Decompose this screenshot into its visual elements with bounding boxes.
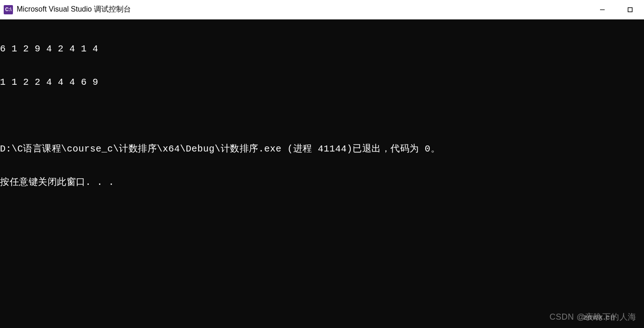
app-icon: C:\ [4, 5, 13, 14]
press-any-key-line: 按任意键关闭此窗口. . . [0, 177, 644, 188]
watermark-text: CSDN @夜晚下的人海 [550, 311, 637, 322]
output-line: 6 1 2 9 4 2 4 1 4 [0, 44, 644, 55]
minimize-button[interactable] [588, 0, 616, 19]
window-controls [588, 0, 644, 19]
maximize-button[interactable] [616, 0, 644, 19]
exit-status-line: D:\C语言课程\course_c\计数排序\x64\Debug\计数排序.ex… [0, 144, 644, 155]
maximize-icon [627, 7, 633, 13]
titlebar: C:\ Microsoft Visual Studio 调试控制台 [0, 0, 644, 19]
console-output: 6 1 2 9 4 2 4 1 4 1 1 2 2 4 4 4 6 9 D:\C… [0, 19, 644, 199]
blank-line [0, 110, 644, 121]
svg-rect-1 [628, 7, 632, 12]
minimize-icon [600, 7, 605, 13]
window-title: Microsoft Visual Studio 调试控制台 [17, 5, 131, 14]
output-line: 1 1 2 2 4 4 4 6 9 [0, 77, 644, 88]
titlebar-left: C:\ Microsoft Visual Studio 调试控制台 [4, 5, 131, 14]
